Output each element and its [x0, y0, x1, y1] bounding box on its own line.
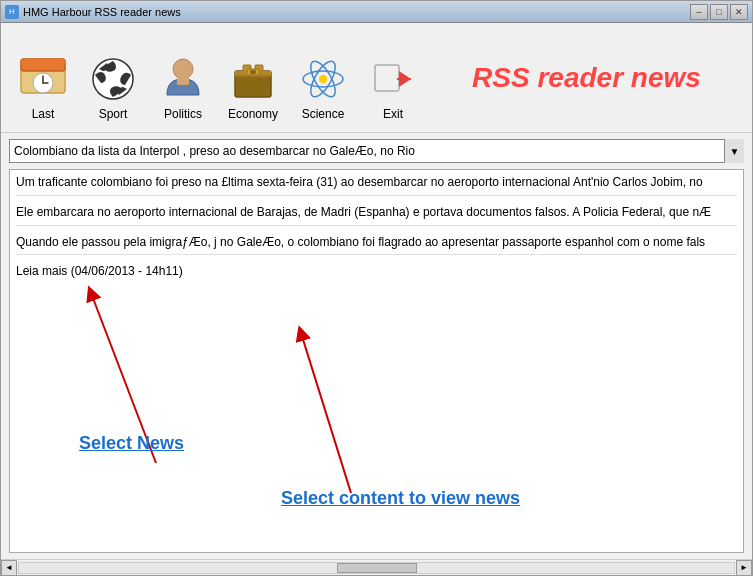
title-bar: H HMG Harbour RSS reader news – □ ✕	[1, 1, 752, 23]
sport-icon	[87, 51, 139, 103]
science-button[interactable]: Science	[289, 28, 357, 128]
politics-icon	[157, 51, 209, 103]
news-paragraph-1: Um traficante colombiano foi preso na £l…	[16, 174, 737, 196]
svg-rect-2	[21, 59, 65, 65]
science-label: Science	[302, 107, 345, 121]
last-icon	[17, 51, 69, 103]
exit-label: Exit	[383, 107, 403, 121]
rss-title: RSS reader news	[472, 62, 701, 94]
exit-button[interactable]: Exit	[359, 28, 427, 128]
toolbar-right: RSS reader news	[429, 27, 744, 128]
scroll-thumb[interactable]	[337, 563, 417, 573]
svg-point-7	[173, 59, 193, 79]
svg-rect-20	[375, 65, 399, 91]
select-news-annotation: Select News	[79, 433, 184, 454]
svg-rect-8	[177, 77, 189, 85]
svg-rect-15	[250, 70, 256, 74]
news-paragraph-4: Leia mais (04/06/2013 - 14h11)	[16, 263, 737, 284]
sport-button[interactable]: Sport	[79, 28, 147, 128]
close-button[interactable]: ✕	[730, 4, 748, 20]
maximize-button[interactable]: □	[710, 4, 728, 20]
scroll-track[interactable]	[18, 562, 735, 574]
sport-label: Sport	[99, 107, 128, 121]
economy-label: Economy	[228, 107, 278, 121]
toolbar: Last Sport	[1, 23, 752, 133]
news-select[interactable]: Colombiano da lista da Interpol , preso …	[9, 139, 744, 163]
title-bar-controls: – □ ✕	[690, 4, 748, 20]
title-bar-left: H HMG Harbour RSS reader news	[5, 5, 181, 19]
svg-point-19	[319, 75, 327, 83]
science-icon	[297, 51, 349, 103]
economy-button[interactable]: Economy	[219, 28, 287, 128]
politics-label: Politics	[164, 107, 202, 121]
select-content-annotation: Select content to view news	[281, 488, 520, 509]
news-paragraph-2: Ele embarcara no aeroporto internacional…	[16, 204, 737, 226]
politics-button[interactable]: Politics	[149, 28, 217, 128]
economy-icon	[227, 51, 279, 103]
news-select-container: Colombiano da lista da Interpol , preso …	[9, 139, 744, 163]
minimize-button[interactable]: –	[690, 4, 708, 20]
scroll-right-button[interactable]: ►	[736, 560, 752, 576]
main-window: H HMG Harbour RSS reader news – □ ✕	[0, 0, 753, 576]
exit-icon	[367, 51, 419, 103]
news-paragraph-3: Quando ele passou pela imigraƒÆo, j no G…	[16, 234, 737, 256]
scroll-left-button[interactable]: ◄	[1, 560, 17, 576]
app-icon: H	[5, 5, 19, 19]
last-button[interactable]: Last	[9, 28, 77, 128]
window-title: HMG Harbour RSS reader news	[23, 6, 181, 18]
last-label: Last	[32, 107, 55, 121]
horizontal-scrollbar: ◄ ►	[1, 559, 752, 575]
content-area: Colombiano da lista da Interpol , preso …	[1, 133, 752, 559]
